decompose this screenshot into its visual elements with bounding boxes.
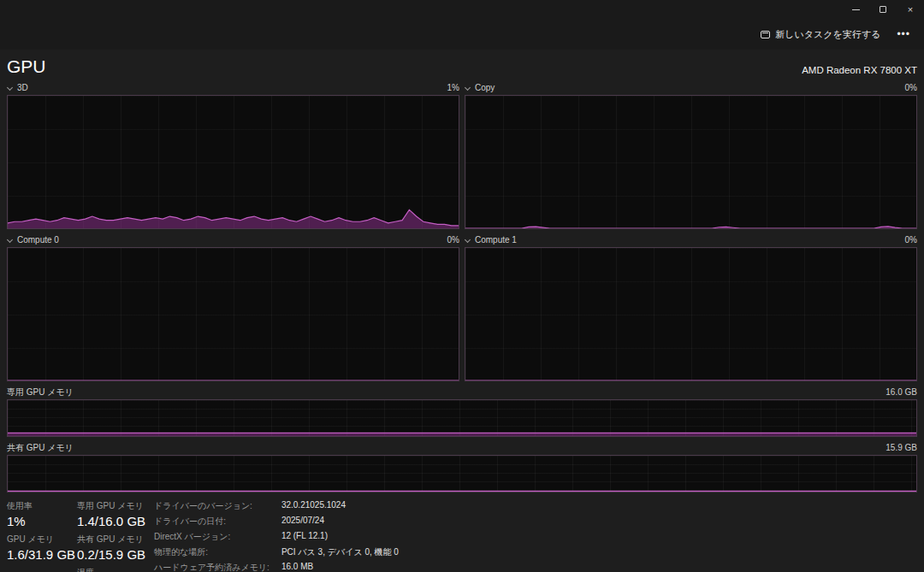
stat-label: 使用率 bbox=[7, 500, 68, 512]
stat-value: 1.4/16.0 GB bbox=[77, 514, 144, 528]
stats-panel: 使用率 1% GPU メモリ 1.6/31.9 GB 専用 GPU メモリ 1.… bbox=[7, 500, 917, 572]
close-button[interactable]: × bbox=[897, 0, 924, 19]
stat-label: 温度 bbox=[77, 567, 144, 572]
more-options-button[interactable]: ••• bbox=[891, 25, 915, 44]
chart-value-3d: 1% bbox=[447, 83, 459, 92]
stat-utilization: 使用率 1% bbox=[7, 500, 68, 528]
chart-value-compute0: 0% bbox=[447, 235, 459, 245]
stats-column-1: 使用率 1% GPU メモリ 1.6/31.9 GB bbox=[7, 500, 68, 567]
detail-label: ドライバーのバージョン: bbox=[154, 500, 270, 512]
close-icon: × bbox=[908, 4, 913, 15]
chart-title-compute1: Compute 1 bbox=[475, 235, 517, 245]
driver-details: ドライバーのバージョン: 32.0.21025.1024 ドライバーの日付: 2… bbox=[154, 500, 399, 572]
gpu-page: GPU AMD Radeon RX 7800 XT 3D 1% Copy 0% bbox=[0, 56, 924, 572]
detail-label: ドライバーの日付: bbox=[154, 516, 270, 528]
chart-head-copy: Copy 0% bbox=[465, 82, 917, 93]
chevron-down-icon[interactable] bbox=[7, 237, 14, 244]
chart-value-copy: 0% bbox=[905, 83, 917, 92]
stat-value: 0.2/15.9 GB bbox=[77, 547, 144, 562]
detail-value: 32.0.21025.1024 bbox=[281, 500, 399, 512]
chart-head-compute0: Compute 0 0% bbox=[7, 234, 459, 245]
chart-block-compute1: Compute 1 0% bbox=[465, 234, 917, 381]
stat-dedicated-memory: 専用 GPU メモリ 1.4/16.0 GB bbox=[77, 500, 144, 528]
chart-3d-canvas bbox=[7, 95, 459, 229]
minimize-button[interactable] bbox=[842, 0, 869, 19]
chevron-down-icon[interactable] bbox=[465, 237, 471, 244]
chart-value-dedicated-memory: 16.0 GB bbox=[886, 387, 917, 397]
detail-label: ハードウェア予約済みメモリ: bbox=[154, 562, 270, 572]
stat-value: 1% bbox=[7, 514, 68, 528]
chart-title-dedicated-memory: 専用 GPU メモリ bbox=[7, 386, 74, 398]
chart-head-3d: 3D 1% bbox=[7, 82, 459, 93]
chart-head-dedicated-memory: 専用 GPU メモリ 16.0 GB bbox=[7, 386, 917, 398]
chart-value-compute1: 0% bbox=[905, 235, 917, 245]
stat-temperature: 温度 30 °C bbox=[77, 567, 144, 572]
stat-label: GPU メモリ bbox=[7, 534, 68, 545]
titlebar: × bbox=[0, 0, 924, 19]
chart-block-copy: Copy 0% bbox=[465, 82, 917, 229]
gpu-device-name: AMD Radeon RX 7800 XT bbox=[802, 65, 917, 77]
minimize-icon bbox=[852, 9, 860, 10]
chart-dedicated-memory-canvas bbox=[7, 399, 917, 437]
chart-copy-canvas bbox=[465, 95, 917, 229]
chart-compute1-canvas bbox=[465, 247, 917, 381]
stat-label: 専用 GPU メモリ bbox=[77, 500, 144, 512]
detail-value: 16.0 MB bbox=[281, 562, 399, 572]
chart-head-compute1: Compute 1 0% bbox=[465, 234, 917, 245]
detail-value: PCI バス 3, デバイス 0, 機能 0 bbox=[281, 546, 399, 558]
maximize-button[interactable] bbox=[869, 0, 897, 19]
run-new-task-icon bbox=[761, 31, 770, 38]
stat-value: 1.6/31.9 GB bbox=[7, 547, 68, 562]
detail-value: 12 (FL 12.1) bbox=[281, 531, 399, 543]
stat-shared-memory: 共有 GPU メモリ 0.2/15.9 GB bbox=[77, 534, 144, 562]
page-header: GPU AMD Radeon RX 7800 XT bbox=[7, 56, 917, 77]
stat-gpu-memory: GPU メモリ 1.6/31.9 GB bbox=[7, 534, 68, 562]
engine-charts-grid: 3D 1% Copy 0% Compute 0 0% bbox=[7, 82, 917, 381]
chart-compute0-canvas bbox=[7, 247, 459, 381]
toolbar: 新しいタスクを実行する ••• bbox=[0, 19, 924, 50]
task-manager-window: × 新しいタスクを実行する ••• GPU AMD Radeon RX 7800… bbox=[0, 0, 924, 572]
detail-label: 物理的な場所: bbox=[154, 546, 270, 558]
chart-block-3d: 3D 1% bbox=[7, 82, 459, 229]
stats-column-2: 専用 GPU メモリ 1.4/16.0 GB 共有 GPU メモリ 0.2/15… bbox=[77, 500, 144, 572]
chart-shared-memory-canvas bbox=[7, 455, 917, 492]
chart-value-shared-memory: 15.9 GB bbox=[886, 443, 917, 452]
chart-title-compute0: Compute 0 bbox=[17, 235, 59, 245]
maximize-icon bbox=[880, 6, 886, 13]
chart-head-shared-memory: 共有 GPU メモリ 15.9 GB bbox=[7, 442, 917, 453]
chart-block-compute0: Compute 0 0% bbox=[7, 234, 459, 381]
run-new-task-label: 新しいタスクを実行する bbox=[775, 28, 880, 41]
chevron-down-icon[interactable] bbox=[465, 85, 471, 91]
stat-label: 共有 GPU メモリ bbox=[77, 534, 144, 545]
detail-label: DirectX バージョン: bbox=[154, 531, 270, 543]
chart-title-3d: 3D bbox=[17, 83, 28, 92]
page-title: GPU bbox=[7, 56, 46, 77]
chart-title-copy: Copy bbox=[475, 83, 495, 92]
detail-value: 2025/07/24 bbox=[281, 516, 399, 528]
chevron-down-icon[interactable] bbox=[7, 85, 14, 91]
run-new-task-button[interactable]: 新しいタスクを実行する bbox=[753, 24, 888, 45]
chart-title-shared-memory: 共有 GPU メモリ bbox=[7, 442, 74, 454]
